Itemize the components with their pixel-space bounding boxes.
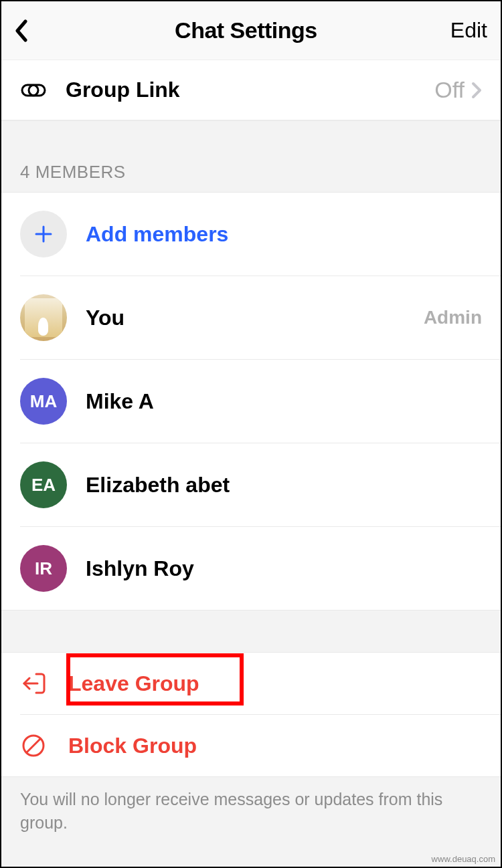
add-members-row[interactable]: Add members — [1, 193, 501, 276]
footer-section: You will no longer receive messages or u… — [1, 776, 501, 868]
block-group-label: Block Group — [68, 734, 197, 758]
members-list: Add members You Admin MA Mike A EA Eliza… — [1, 193, 501, 610]
footer-note-text: You will no longer receive messages or u… — [20, 788, 482, 835]
avatar: IR — [20, 545, 67, 592]
back-button[interactable] — [15, 19, 41, 42]
group-link-value: Off — [434, 77, 465, 103]
member-row[interactable]: IR Ishlyn Roy — [1, 527, 501, 610]
svg-line-4 — [26, 738, 41, 753]
watermark: www.deuaq.com — [432, 854, 495, 864]
chevron-right-icon — [471, 82, 482, 99]
member-row[interactable]: You Admin — [1, 276, 501, 359]
avatar: MA — [20, 378, 67, 425]
edit-button[interactable]: Edit — [450, 18, 487, 43]
link-icon — [20, 82, 47, 98]
block-group-row[interactable]: Block Group — [1, 715, 501, 776]
section-separator — [1, 610, 501, 653]
block-icon — [20, 732, 50, 759]
member-name: Mike A — [86, 389, 482, 414]
chevron-left-icon — [15, 19, 28, 42]
header-bar: Chat Settings Edit — [1, 1, 501, 60]
group-link-label: Group Link — [66, 78, 434, 102]
leave-icon — [20, 670, 50, 697]
member-name: You — [86, 306, 424, 330]
avatar: EA — [20, 461, 67, 508]
group-link-row[interactable]: Group Link Off — [1, 60, 501, 120]
member-row[interactable]: EA Elizabeth abet — [1, 443, 501, 526]
add-members-label: Add members — [86, 222, 482, 247]
member-name: Ishlyn Roy — [86, 556, 482, 581]
member-name: Elizabeth abet — [86, 473, 482, 498]
page-title: Chat Settings — [175, 17, 317, 43]
members-count-label: 4 MEMBERS — [20, 162, 126, 183]
leave-group-row[interactable]: Leave Group — [1, 653, 501, 714]
leave-group-label: Leave Group — [68, 671, 199, 696]
avatar — [20, 294, 67, 341]
plus-icon — [20, 211, 67, 257]
member-role: Admin — [424, 307, 482, 328]
member-row[interactable]: MA Mike A — [1, 360, 501, 443]
members-section-header: 4 MEMBERS — [1, 120, 501, 193]
